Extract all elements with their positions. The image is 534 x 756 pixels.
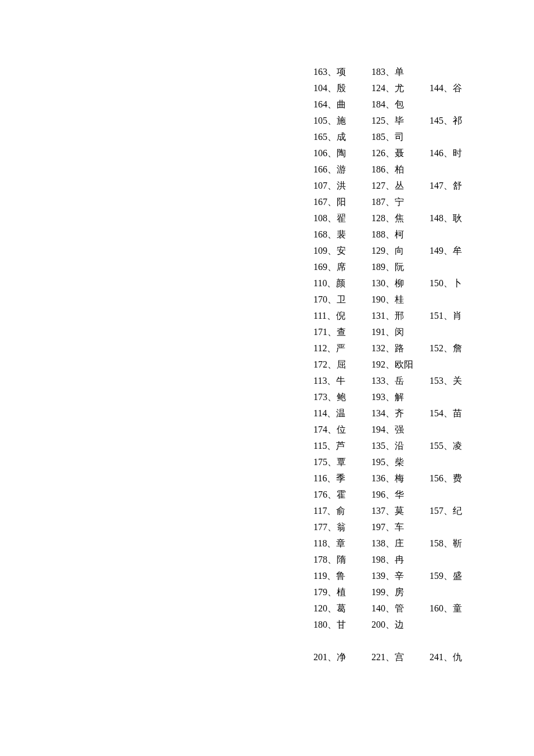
cell-c3: 149、牟 [430, 243, 488, 259]
cell-c1: 201、净 [313, 649, 371, 665]
list-row: 118、章138、庄158、靳 [313, 535, 511, 552]
cell-c2: 187、宁 [371, 194, 430, 210]
cell-c2: 221、宫 [371, 649, 430, 665]
cell-c1: 175、覃 [313, 454, 371, 470]
cell-c2: 197、车 [371, 519, 430, 535]
list-row: 164、曲184、包 [313, 96, 511, 113]
cell-c1: 167、阳 [313, 194, 371, 210]
list-row: 173、鲍193、解 [313, 389, 511, 405]
cell-c2: 195、柴 [371, 454, 430, 470]
list-row: 178、隋198、冉 [313, 552, 511, 568]
list-row: 175、覃195、柴 [313, 454, 511, 470]
cell-c3 [430, 194, 488, 210]
list-row: 176、霍196、华 [313, 487, 511, 503]
cell-c3 [430, 519, 488, 535]
list-row: 165、成185、司 [313, 129, 511, 145]
cell-c2: 196、华 [371, 487, 430, 503]
cell-c2: 198、冉 [371, 552, 430, 568]
cell-c1: 116、季 [313, 470, 371, 487]
cell-c2: 126、聂 [371, 145, 430, 161]
cell-c1: 173、鲍 [313, 389, 371, 405]
cell-c2: 189、阮 [371, 259, 430, 275]
cell-c1: 177、翁 [313, 519, 371, 535]
cell-c1: 180、甘 [313, 617, 371, 633]
cell-c3 [430, 259, 488, 275]
cell-c2: 127、丛 [371, 178, 430, 194]
cell-c2: 137、莫 [371, 503, 430, 519]
list-row: 106、陶126、聂146、时 [313, 145, 511, 161]
cell-c2: 132、路 [371, 340, 430, 357]
cell-c2: 190、桂 [371, 291, 430, 308]
cell-c1: 169、席 [313, 259, 371, 275]
list-row: 111、倪131、邢151、肖 [313, 308, 511, 324]
cell-c2: 184、包 [371, 96, 430, 113]
cell-c1: 164、曲 [313, 96, 371, 113]
cell-c3: 156、费 [430, 470, 488, 487]
cell-c1: 114、温 [313, 405, 371, 422]
cell-c1: 109、安 [313, 243, 371, 259]
cell-c3 [430, 584, 488, 600]
cell-c1: 165、成 [313, 129, 371, 145]
cell-c1: 118、章 [313, 535, 371, 552]
cell-c3: 155、凌 [430, 438, 488, 454]
cell-c2: 135、沿 [371, 438, 430, 454]
cell-c1: 107、洪 [313, 178, 371, 194]
cell-c1: 170、卫 [313, 291, 371, 308]
list-row: 105、施125、毕145、祁 [313, 113, 511, 129]
cell-c3 [430, 422, 488, 438]
cell-c3 [430, 291, 488, 308]
cell-c3 [430, 96, 488, 113]
cell-c2: 185、司 [371, 129, 430, 145]
list-row: 166、游186、柏 [313, 161, 511, 178]
cell-c3: 148、耿 [430, 210, 488, 226]
cell-c1: 105、施 [313, 113, 371, 129]
cell-c1: 119、鲁 [313, 568, 371, 584]
list-row: 115、芦135、沿155、凌 [313, 438, 511, 454]
cell-c3 [430, 389, 488, 405]
cell-c3 [430, 617, 488, 633]
cell-c2: 199、房 [371, 584, 430, 600]
cell-c3 [430, 129, 488, 145]
cell-c2: 125、毕 [371, 113, 430, 129]
list-row: 120、葛140、管160、童 [313, 600, 511, 617]
list-row: 114、温134、齐154、苗 [313, 405, 511, 422]
cell-c3: 151、肖 [430, 308, 488, 324]
cell-c3 [430, 552, 488, 568]
cell-c3 [430, 357, 488, 373]
cell-c3: 159、盛 [430, 568, 488, 584]
cell-c3 [430, 324, 488, 340]
cell-c2: 194、强 [371, 422, 430, 438]
list-row: 169、席189、阮 [313, 259, 511, 275]
list-row: 177、翁197、车 [313, 519, 511, 535]
cell-c1: 171、查 [313, 324, 371, 340]
list-row: 116、季136、梅156、费 [313, 470, 511, 487]
list-row: 167、阳187、宁 [313, 194, 511, 210]
cell-c1: 108、翟 [313, 210, 371, 226]
cell-c1: 115、芦 [313, 438, 371, 454]
list-row: 170、卫190、桂 [313, 291, 511, 308]
cell-c3: 152、詹 [430, 340, 488, 357]
cell-c2: 131、邢 [371, 308, 430, 324]
cell-c1: 168、裴 [313, 226, 371, 243]
cell-c2: 130、柳 [371, 275, 430, 291]
list-row: 179、植199、房 [313, 584, 511, 600]
cell-c1: 163、项 [313, 64, 371, 80]
list-row: 108、翟128、焦148、耿 [313, 210, 511, 226]
cell-c1: 179、植 [313, 584, 371, 600]
cell-c2: 193、解 [371, 389, 430, 405]
list-row: 163、项183、单 [313, 64, 511, 80]
cell-c2: 192、欧阳 [371, 357, 430, 373]
cell-c3: 147、舒 [430, 178, 488, 194]
cell-c1: 113、牛 [313, 373, 371, 389]
cell-c2: 186、柏 [371, 161, 430, 178]
cell-c2: 188、柯 [371, 226, 430, 243]
cell-c1: 166、游 [313, 161, 371, 178]
blank-gap [313, 633, 511, 649]
cell-c3: 158、靳 [430, 535, 488, 552]
cell-c1: 112、严 [313, 340, 371, 357]
list-row: 110、颜130、柳150、卜 [313, 275, 511, 291]
cell-c1: 111、倪 [313, 308, 371, 324]
cell-c3 [430, 64, 488, 80]
cell-c1: 174、位 [313, 422, 371, 438]
cell-c1: 104、殷 [313, 80, 371, 96]
